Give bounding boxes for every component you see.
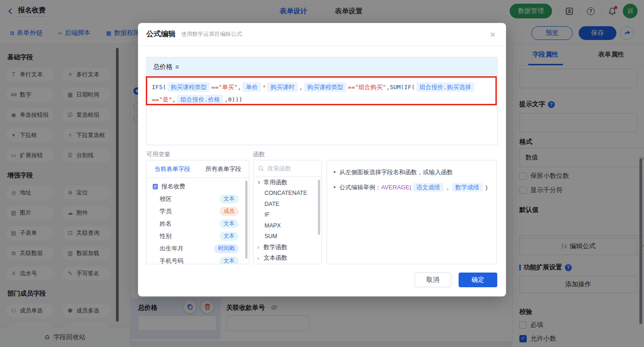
formula-token[interactable]: 组合报价.价格: [177, 95, 223, 104]
formula-token[interactable]: ,0))): [224, 96, 242, 103]
confirm-button[interactable]: 确定: [459, 273, 497, 287]
variable-name: 校区: [160, 195, 172, 203]
variable-name: 姓名: [160, 220, 172, 228]
function-search: [253, 160, 322, 177]
function-row[interactable]: 数学函数: [253, 242, 322, 253]
tree-chevron-icon: [257, 179, 261, 185]
variables-panel: 当前表单字段所有表单字段 报名收费 校区 文本 学员: [146, 160, 249, 264]
variable-row[interactable]: 姓名 文本: [147, 217, 249, 230]
function-row-label: 常用函数: [264, 178, 288, 187]
variable-row[interactable]: 出生年月 时间戳: [147, 242, 249, 255]
formula-token[interactable]: 单价: [242, 82, 261, 92]
field-type-badge: 文本: [219, 256, 239, 265]
tip-text: 从左侧面板选择字段名和函数，或输入函数: [339, 167, 453, 177]
formula-token[interactable]: ,: [172, 96, 176, 103]
example-token: ): [484, 184, 488, 191]
formula-token[interactable]: ==: [348, 84, 355, 91]
function-row[interactable]: SUM: [253, 231, 322, 242]
formula-token[interactable]: "组合购买": [355, 84, 386, 91]
functions-label: 函数: [253, 150, 265, 159]
field-type-badge: 文本: [219, 232, 239, 241]
tip-line: • 从左侧面板选择字段名和函数，或输入函数: [334, 167, 490, 177]
function-row[interactable]: CONCATENATE: [253, 188, 322, 199]
variable-row[interactable]: 校区 文本: [147, 193, 249, 205]
bullet: •: [334, 182, 336, 193]
functions-panel: 常用函数 CONCATENATE DATE IF: [253, 160, 322, 264]
variable-row[interactable]: 手机号码 文本: [147, 255, 249, 264]
variable-name: 手机号码: [160, 257, 184, 265]
variable-name: 出生年月: [160, 245, 184, 253]
bullet: •: [334, 167, 336, 177]
tree-chevron-icon: [257, 255, 259, 262]
app-root: 报名收费 表单设计 表单设置 数据管理 训: [0, 0, 644, 347]
function-row[interactable]: 常用函数: [253, 177, 322, 188]
form-doc-icon: [152, 183, 158, 190]
variables-tab[interactable]: 所有表单字段: [198, 160, 249, 177]
function-row-label: 文本函数: [264, 254, 288, 262]
variables-scrollbar[interactable]: [245, 181, 247, 259]
function-row-label: SUM: [264, 233, 277, 239]
field-type-badge: 时间戳: [214, 244, 239, 253]
formula-token[interactable]: IFS(: [152, 84, 166, 91]
formula-token[interactable]: ,: [238, 84, 242, 91]
functions-scrollbar[interactable]: [318, 180, 320, 235]
variables-tabs: 当前表单字段所有表单字段: [147, 160, 249, 178]
modal-subtitle: 使用数学运算符编辑公式: [181, 30, 242, 38]
function-row[interactable]: DATE: [253, 199, 322, 210]
function-search-input[interactable]: [267, 165, 313, 172]
function-rows: 常用函数 CONCATENATE DATE IF: [253, 177, 322, 263]
function-row[interactable]: IF: [253, 210, 322, 221]
formula-token[interactable]: 购买课程类型: [167, 82, 210, 92]
form-node-label: 报名收费: [161, 182, 185, 191]
formula-tips-panel: • 从左侧面板选择字段名和函数，或输入函数 • 公式编辑举例：AVERAGE(语…: [327, 160, 497, 264]
cancel-button[interactable]: 取消: [414, 273, 451, 287]
tree-form-node[interactable]: 报名收费: [147, 180, 249, 193]
formula-token[interactable]: ==: [152, 96, 159, 103]
formula-token[interactable]: ==: [211, 84, 218, 91]
variable-row[interactable]: 学员 成员: [147, 205, 249, 217]
variable-name: 性别: [160, 232, 172, 240]
modal-header: 公式编辑 使用数学运算符编辑公式: [138, 23, 506, 46]
function-row-label: 数学函数: [264, 243, 288, 251]
variable-rows: 校区 文本 学员 成员 姓名 文本: [147, 193, 249, 264]
example-token: ，: [445, 184, 451, 191]
example-token: 语文成绩: [413, 183, 443, 192]
example-token: AVERAGE(: [381, 184, 412, 191]
variable-row[interactable]: 性别 文本: [147, 230, 249, 242]
tip-line-example: • 公式编辑举例：AVERAGE(语文成绩，数学成绩 ): [334, 182, 490, 193]
function-row-label: MAPX: [264, 222, 281, 229]
formula-input-area[interactable]: IFS(购买课程类型=="单买",单价*购买课时,购买课程类型=="组合购买",…: [147, 77, 497, 145]
function-row[interactable]: 文本函数: [253, 253, 322, 264]
formula-token[interactable]: ,SUM(IF(: [386, 84, 415, 91]
formula-target-bar: 总价格 =: [147, 57, 497, 77]
modal-title: 公式编辑: [146, 29, 176, 39]
formula-token[interactable]: 购买课程类型: [304, 82, 346, 92]
example-token: 数学成绩: [452, 183, 483, 192]
formula-token[interactable]: 购买课时: [267, 82, 298, 92]
function-row-label: IF: [264, 211, 270, 218]
variables-tab[interactable]: 当前表单字段: [147, 160, 198, 177]
field-type-badge: 文本: [219, 219, 239, 228]
formula-token[interactable]: ,: [299, 84, 303, 91]
function-row-label: DATE: [264, 201, 279, 207]
formula-token[interactable]: "单买": [218, 84, 238, 91]
formula-token[interactable]: 组合报价.购买选择: [416, 82, 474, 92]
formula-token[interactable]: "是": [159, 96, 172, 103]
field-type-badge: 成员: [219, 207, 239, 216]
tip-example: 公式编辑举例：AVERAGE(语文成绩，数学成绩 ): [339, 182, 488, 193]
function-row[interactable]: MAPX: [253, 220, 322, 231]
formula-editor-modal: 公式编辑 使用数学运算符编辑公式 × 总价格 = IFS(购买课程类型=="单买…: [138, 23, 506, 296]
variable-name: 学员: [160, 207, 172, 216]
formula-token[interactable]: *: [262, 84, 266, 91]
function-row-label: CONCATENATE: [264, 190, 307, 196]
formula-target-field: 总价格: [153, 63, 172, 71]
search-icon: [258, 165, 264, 171]
variables-label: 可用变量: [146, 150, 170, 159]
tree-chevron-icon: [257, 244, 259, 250]
formula-editor: 总价格 = IFS(购买课程类型=="单买",单价*购买课时,购买课程类型=="…: [146, 57, 498, 145]
close-icon[interactable]: ×: [487, 28, 499, 40]
variables-tree: 报名收费 校区 文本 学员 成员: [147, 178, 249, 264]
equals-sign: =: [175, 63, 179, 71]
field-type-badge: 文本: [219, 194, 239, 204]
